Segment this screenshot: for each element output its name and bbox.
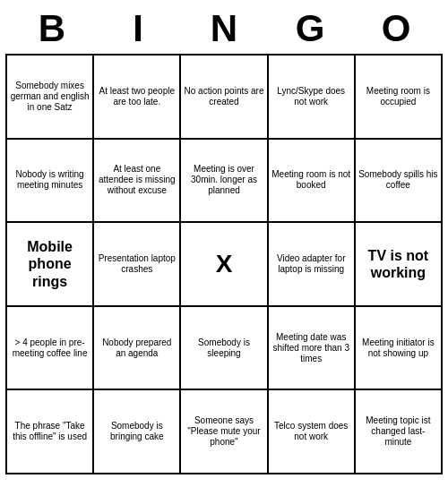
bingo-cell-0-4: Meeting room is occupied — [355, 55, 442, 139]
bingo-cell-1-0: Nobody is writing meeting minutes — [6, 139, 93, 223]
bingo-cell-3-3: Meeting date was shifted more than 3 tim… — [268, 306, 355, 390]
bingo-cell-2-1: Presentation laptop crashes — [93, 222, 180, 306]
bingo-grid: Somebody mixes german and english in one… — [5, 54, 443, 474]
bingo-letter-G: G — [274, 7, 346, 50]
bingo-cell-1-3: Meeting room is not booked — [268, 139, 355, 223]
bingo-cell-3-2: Somebody is sleeping — [180, 306, 267, 390]
bingo-cell-0-1: At least two people are too late. — [93, 55, 180, 139]
bingo-cell-0-3: Lync/Skype does not work — [268, 55, 355, 139]
bingo-cell-4-3: Telco system does not work — [268, 389, 355, 474]
bingo-letter-O: O — [360, 7, 432, 50]
bingo-cell-3-4: Meeting initiator is not showing up — [355, 306, 442, 390]
bingo-cell-4-2: Someone says "Please mute your phone" — [180, 389, 267, 474]
bingo-cell-3-0: > 4 people in pre-meeting coffee line — [6, 306, 93, 390]
bingo-letter-B: B — [16, 7, 88, 50]
bingo-cell-3-1: Nobody prepared an agenda — [93, 306, 180, 390]
bingo-letter-I: I — [102, 7, 174, 50]
bingo-cell-2-2: X — [180, 222, 267, 306]
bingo-cell-1-4: Somebody spills his coffee — [355, 139, 442, 223]
bingo-cell-0-0: Somebody mixes german and english in one… — [6, 55, 93, 139]
bingo-header: BINGO — [9, 0, 439, 54]
bingo-cell-1-2: Meeting is over 30min. longer as planned — [180, 139, 267, 223]
bingo-cell-2-4: TV is not working — [355, 222, 442, 306]
bingo-cell-4-1: Somebody is bringing cake — [93, 389, 180, 474]
bingo-cell-2-0: Mobile phone rings — [6, 222, 93, 306]
bingo-cell-4-0: The phrase "Take this offline" is used — [6, 389, 93, 474]
bingo-cell-4-4: Meeting topic ist changed last-minute — [355, 389, 442, 474]
bingo-cell-2-3: Video adapter for laptop is missing — [268, 222, 355, 306]
bingo-cell-0-2: No action points are created — [180, 55, 267, 139]
bingo-cell-1-1: At least one attendee is missing without… — [93, 139, 180, 223]
bingo-letter-N: N — [188, 7, 260, 50]
